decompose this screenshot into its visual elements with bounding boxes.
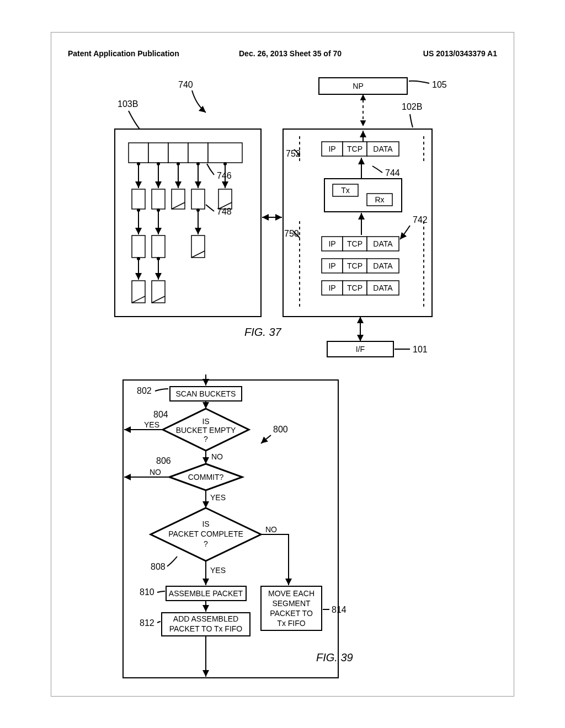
svg-text:DATA: DATA [373, 144, 393, 153]
svg-rect-16 [191, 189, 205, 209]
dec-empty-l3: ? [204, 435, 208, 443]
svg-rect-4 [188, 143, 208, 163]
branch-no-3: NO [265, 525, 277, 534]
branch-yes-3: YES [210, 566, 226, 575]
ref-746: 746 [217, 171, 232, 180]
svg-text:PACKET TO: PACKET TO [270, 609, 313, 618]
fig37-caption: FIG. 37 [244, 326, 282, 338]
fig39-caption: FIG. 39 [316, 651, 353, 663]
svg-text:MOVE EACH: MOVE EACH [268, 589, 315, 598]
svg-text:DATA: DATA [373, 261, 393, 270]
ref-810: 810 [140, 587, 154, 597]
svg-rect-13 [152, 189, 165, 209]
if-label: I/F [356, 345, 365, 354]
svg-rect-1 [129, 143, 148, 163]
ref-750: 750 [284, 229, 299, 238]
ref-102B: 102B [402, 102, 422, 111]
svg-text:TCP: TCP [347, 283, 363, 292]
figure-39: 800 SCAN BUCKETS 802 IS BUCKET EMPTY ? 8… [84, 374, 415, 683]
svg-text:Tx FIFO: Tx FIFO [277, 619, 305, 628]
svg-text:DATA: DATA [373, 239, 393, 248]
branch-yes-2: YES [210, 493, 226, 502]
np-label: NP [353, 82, 363, 90]
ref-101: 101 [413, 345, 428, 354]
svg-text:IP: IP [328, 239, 335, 248]
ref-103B: 103B [118, 99, 138, 109]
ref-814: 814 [332, 605, 347, 614]
svg-text:TCP: TCP [347, 261, 363, 270]
ref-748: 748 [217, 207, 232, 216]
svg-text:IS: IS [202, 520, 209, 528]
page-frame: Patent Application Publication Dec. 26, … [51, 32, 514, 697]
header-sheet: Dec. 26, 2013 Sheet 35 of 70 [239, 49, 342, 58]
dec-empty-l2: BUCKET EMPTY [176, 426, 236, 435]
page-header: Patent Application Publication Dec. 26, … [68, 49, 497, 58]
svg-text:PACKET TO Tx FIFO: PACKET TO Tx FIFO [169, 624, 243, 633]
ref-808: 808 [151, 562, 166, 571]
ref-742: 742 [413, 215, 428, 224]
header-publication: Patent Application Publication [68, 49, 179, 58]
svg-rect-5 [208, 143, 242, 163]
rx-label: Rx [375, 195, 384, 204]
tx-label: Tx [341, 186, 350, 195]
svg-text:?: ? [204, 539, 208, 548]
dec-empty-l1: IS [202, 417, 209, 426]
branch-no-2: NO [150, 468, 161, 477]
ref-812: 812 [140, 618, 154, 628]
header-docnum: US 2013/0343379 A1 [423, 49, 497, 58]
figure-37: 740 103B 746 [51, 71, 515, 413]
svg-text:DATA: DATA [373, 283, 393, 292]
ref-744: 744 [385, 168, 400, 178]
ref-802: 802 [137, 386, 152, 395]
step-assemble: ASSEMBLE PACKET [169, 589, 243, 598]
svg-text:IP: IP [328, 283, 335, 292]
ref-740: 740 [178, 80, 193, 89]
dec-commit: COMMIT? [188, 473, 224, 481]
packet-row-752: IP TCP DATA [322, 142, 399, 156]
svg-rect-3 [168, 143, 188, 163]
svg-text:TCP: TCP [347, 144, 363, 153]
ref-105: 105 [432, 80, 447, 89]
svg-text:IP: IP [328, 261, 335, 270]
svg-rect-11 [132, 189, 145, 209]
packet-stack-742: IP TCP DATA IP TCP DATA IP TCP DATA [322, 237, 399, 295]
svg-text:TCP: TCP [347, 239, 363, 248]
svg-rect-21 [152, 235, 165, 258]
svg-rect-19 [132, 235, 145, 258]
branch-no-1: NO [211, 452, 223, 461]
ref-800: 800 [273, 425, 288, 434]
svg-text:ADD ASSEMBLED: ADD ASSEMBLED [173, 614, 238, 623]
ref-806: 806 [156, 456, 171, 465]
svg-text:SEGMENT: SEGMENT [272, 599, 311, 608]
svg-rect-2 [148, 143, 168, 163]
step-scan: SCAN BUCKETS [176, 389, 236, 398]
svg-text:IP: IP [328, 144, 335, 153]
branch-yes-1: YES [144, 420, 159, 429]
svg-text:PACKET COMPLETE: PACKET COMPLETE [168, 529, 243, 538]
ref-804: 804 [153, 410, 168, 419]
